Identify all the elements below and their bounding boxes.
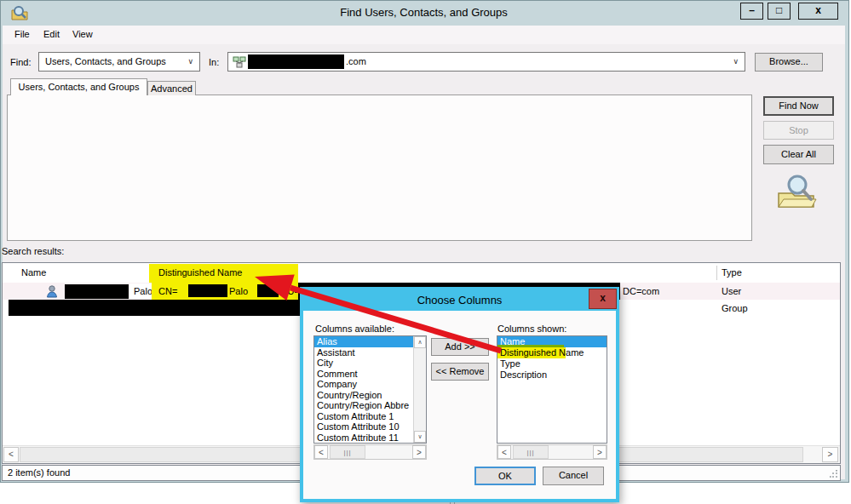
redaction bbox=[188, 284, 227, 297]
domain-icon bbox=[233, 55, 246, 69]
find-type-value: Users, Contacts, and Groups bbox=[45, 56, 166, 66]
vertical-scrollbar[interactable]: ∧ ∨ bbox=[413, 336, 426, 443]
menubar: File Edit View bbox=[3, 26, 845, 44]
menu-view[interactable]: View bbox=[72, 29, 93, 39]
dn-ou-text: OU= bbox=[280, 286, 298, 296]
list-item[interactable]: Company bbox=[314, 379, 426, 390]
close-button[interactable]: x bbox=[798, 3, 838, 20]
scroll-left-icon[interactable]: < bbox=[497, 445, 511, 459]
search-folder-icon bbox=[775, 173, 819, 210]
remove-button[interactable]: << Remove bbox=[431, 363, 489, 381]
result-name-text: Palo bbox=[134, 286, 152, 296]
list-item[interactable]: Country/Region Abbre bbox=[314, 400, 426, 411]
window-title: Find Users, Contacts, and Groups bbox=[0, 6, 848, 19]
scroll-left-icon[interactable]: < bbox=[3, 447, 19, 462]
columns-shown-label: Columns shown: bbox=[497, 324, 566, 334]
dn-name-text: Palo bbox=[229, 286, 248, 296]
scroll-right-icon[interactable]: > bbox=[593, 445, 607, 459]
list-item[interactable]: Custom Attribute 11 bbox=[314, 432, 426, 444]
screen: Find Users, Contacts, and Groups – □ x F… bbox=[0, 0, 851, 504]
maximize-button[interactable]: □ bbox=[768, 3, 791, 20]
menu-edit[interactable]: Edit bbox=[43, 29, 60, 39]
in-scope-value: .com bbox=[346, 56, 366, 66]
search-form-card bbox=[7, 94, 752, 241]
browse-button[interactable]: Browse... bbox=[755, 53, 823, 72]
dn-cn-text: CN= bbox=[158, 286, 177, 296]
column-header-type[interactable]: Type bbox=[722, 267, 742, 278]
column-divider[interactable] bbox=[716, 266, 717, 280]
list-item[interactable]: Country/Region bbox=[314, 390, 426, 401]
redaction bbox=[65, 284, 129, 299]
result-type-user: User bbox=[722, 286, 741, 296]
in-scope-dropdown[interactable]: .com ∨ bbox=[227, 52, 745, 72]
tab-users-contacts-groups[interactable]: Users, Contacts, and Groups bbox=[10, 78, 147, 95]
resize-grip-icon[interactable] bbox=[830, 470, 838, 478]
scroll-right-icon[interactable]: > bbox=[822, 447, 838, 462]
redaction bbox=[9, 300, 300, 316]
scroll-right-icon[interactable]: > bbox=[412, 445, 426, 459]
highlight-distinguished-name-cell[interactable]: CN= Palo OU= bbox=[152, 283, 298, 300]
search-results-label: Search results: bbox=[2, 246, 64, 256]
user-icon bbox=[45, 284, 59, 298]
scrollbar-thumb[interactable]: ||| bbox=[513, 445, 549, 459]
tab-advanced[interactable]: Advanced bbox=[147, 81, 196, 95]
list-item-label: Distinguished Name bbox=[500, 347, 584, 358]
list-item[interactable]: Assistant bbox=[314, 347, 426, 358]
status-text: 2 item(s) found bbox=[8, 467, 70, 478]
in-label: In: bbox=[209, 57, 219, 67]
columns-shown-list[interactable]: Name Distinguished Name Type Description bbox=[497, 335, 607, 444]
minimize-button[interactable]: – bbox=[740, 3, 763, 20]
result-type-group: Group bbox=[722, 303, 748, 313]
find-now-button[interactable]: Find Now bbox=[763, 96, 834, 116]
scroll-up-icon[interactable]: ∧ bbox=[414, 336, 426, 348]
stop-button: Stop bbox=[763, 121, 834, 140]
find-label: Find: bbox=[10, 57, 31, 67]
scroll-left-icon[interactable]: < bbox=[314, 445, 328, 459]
find-type-dropdown[interactable]: Users, Contacts, and Groups ∨ bbox=[38, 52, 200, 72]
add-button[interactable]: Add >> bbox=[431, 338, 489, 356]
list-item-name[interactable]: Name bbox=[497, 336, 607, 347]
list-item-type[interactable]: Type bbox=[497, 358, 607, 369]
list-item[interactable]: City bbox=[314, 358, 426, 369]
dialog-close-button[interactable]: x bbox=[589, 289, 617, 309]
dialog-title: Choose Columns bbox=[303, 294, 616, 306]
scroll-down-icon[interactable]: ∨ bbox=[414, 431, 426, 443]
columns-available-label: Columns available: bbox=[315, 324, 394, 334]
columns-available-list[interactable]: Alias Assistant City Comment Company Cou… bbox=[313, 335, 427, 444]
ok-button[interactable]: OK bbox=[474, 467, 536, 485]
list-item-distinguished-name[interactable]: Distinguished Name bbox=[497, 347, 607, 358]
available-horizontal-scrollbar[interactable]: < ||| > bbox=[313, 444, 427, 460]
dialog-titlebar: Choose Columns bbox=[303, 290, 616, 311]
list-item[interactable]: Custom Attribute 10 bbox=[314, 421, 426, 432]
column-header-name[interactable]: Name bbox=[21, 267, 46, 278]
scrollbar-thumb[interactable]: ||| bbox=[330, 445, 365, 459]
list-item[interactable]: Comment bbox=[314, 369, 426, 380]
choose-columns-dialog: Choose Columns x Columns available: Colu… bbox=[300, 287, 619, 502]
clear-all-button[interactable]: Clear All bbox=[763, 145, 834, 164]
shown-horizontal-scrollbar[interactable]: < ||| > bbox=[497, 444, 607, 460]
list-item-description[interactable]: Description bbox=[497, 369, 607, 381]
chevron-down-icon: ∨ bbox=[187, 57, 193, 66]
redaction bbox=[248, 54, 344, 69]
chevron-down-icon: ∨ bbox=[733, 57, 739, 66]
dn-suffix-text: DC=com bbox=[623, 286, 659, 296]
cancel-button[interactable]: Cancel bbox=[543, 467, 604, 485]
column-header-distinguished-name[interactable]: Distinguished Name bbox=[158, 267, 242, 278]
redaction bbox=[257, 284, 279, 297]
list-item[interactable]: Alias bbox=[314, 336, 426, 347]
list-item[interactable]: Custom Attribute 1 bbox=[314, 411, 426, 422]
menu-file[interactable]: File bbox=[14, 29, 30, 39]
